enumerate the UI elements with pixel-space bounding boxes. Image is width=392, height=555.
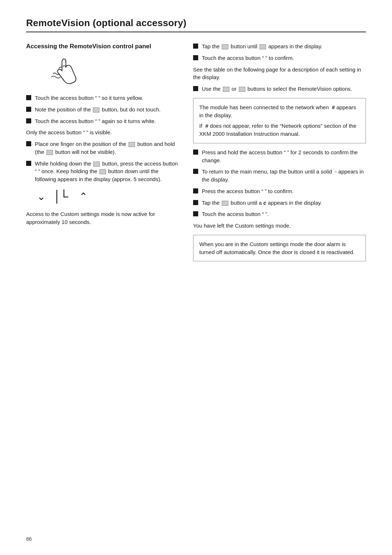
- left-column: Accessing the RemoteVision control panel…: [26, 42, 179, 229]
- list-item: Use the or buttons to select the RemoteV…: [193, 85, 366, 93]
- list-item: Touch the access button “ ” to confirm.: [193, 54, 366, 62]
- button-placeholder: [239, 87, 245, 92]
- bullet-text: Note the position of the button, but do …: [35, 106, 179, 114]
- bullet-text: Touch the access button “ ” to confirm.: [202, 54, 366, 62]
- list-item: Tap the button until a c appears in the …: [193, 199, 366, 207]
- page-title: RemoteVision (optional accessory): [26, 17, 366, 29]
- list-item: Press and hold the access button “ ” for…: [193, 148, 366, 164]
- left-bullet-list-2: Place one finger on the position of the …: [26, 140, 179, 183]
- title-divider: [26, 32, 366, 32]
- symbol-c: └: [56, 190, 68, 204]
- bullet-icon: [193, 211, 198, 216]
- note-text-1: The module has been connected to the net…: [199, 103, 360, 119]
- list-item: To return to the main menu, tap the butt…: [193, 168, 366, 184]
- bullet-icon: [193, 55, 198, 60]
- button-placeholder: [223, 87, 229, 92]
- bullet-text: Tap the button until appears in the disp…: [202, 42, 366, 50]
- button-placeholder: [222, 44, 228, 49]
- list-item: Touch the access button “ ” again so it …: [26, 117, 179, 125]
- bullet-text: Press the access button “ ” to confirm.: [202, 187, 366, 195]
- button-placeholder: [222, 201, 228, 206]
- note-box-1: The module has been connected to the net…: [193, 98, 366, 143]
- plain-text-r1: See the table on the following page for …: [193, 66, 366, 82]
- right-bullet-list-1: Tap the button until appears in the disp…: [193, 42, 366, 62]
- note-text-3: When you are in the Custom settings mode…: [199, 240, 360, 256]
- bullet-text: Press and hold the access button “ ” for…: [202, 148, 366, 164]
- list-item: Touch the access button “ ” so it turns …: [26, 94, 179, 102]
- page-number: 86: [26, 536, 32, 542]
- bullet-icon: [193, 188, 198, 193]
- bullet-text: Use the or buttons to select the RemoteV…: [202, 85, 366, 93]
- button-placeholder: [93, 162, 100, 167]
- two-column-layout: Accessing the RemoteVision control panel…: [26, 42, 366, 266]
- list-item: Tap the button until appears in the disp…: [193, 42, 366, 50]
- note-box-2: When you are in the Custom settings mode…: [193, 235, 366, 262]
- bullet-text: Touch the access button “ ” so it turns …: [35, 94, 179, 102]
- button-placeholder: [128, 142, 135, 147]
- section-heading: Accessing the RemoteVision control panel: [26, 42, 179, 50]
- bullet-text: Tap the button until a c appears in the …: [202, 199, 366, 207]
- left-bullet-list-1: Touch the access button “ ” so it turns …: [26, 94, 179, 125]
- plain-text-2: Access to the Custom settings mode is no…: [26, 210, 179, 226]
- bullet-text: Touch the access button “ ” again so it …: [35, 117, 179, 125]
- plain-text-1: Only the access button “ ” is visible.: [26, 128, 179, 136]
- bullet-icon: [193, 169, 198, 174]
- page: RemoteVision (optional accessory) Access…: [0, 0, 392, 555]
- bullet-icon: [193, 44, 198, 49]
- bullet-text: Touch the access button “ ”.: [202, 210, 366, 218]
- bullet-icon: [26, 95, 31, 100]
- list-item: Touch the access button “ ”.: [193, 210, 366, 218]
- bullet-icon: [26, 141, 31, 146]
- button-placeholder: [46, 150, 53, 155]
- bullet-icon: [26, 107, 31, 112]
- button-placeholder: [260, 44, 266, 49]
- symbol-caret: ⌃: [79, 191, 87, 203]
- right-bullet-list-3: Press and hold the access button “ ” for…: [193, 148, 366, 218]
- bullet-text: Place one finger on the position of the …: [35, 140, 179, 156]
- symbol-v: ⌄: [37, 191, 45, 203]
- bullet-icon: [26, 118, 31, 123]
- right-bullet-list-2: Use the or buttons to select the RemoteV…: [193, 85, 366, 93]
- button-placeholder: [93, 107, 99, 113]
- list-item: Press the access button “ ” to confirm.: [193, 187, 366, 195]
- hand-icon: [48, 58, 81, 87]
- bullet-icon: [193, 150, 198, 155]
- bullet-text: While holding down the button, press the…: [35, 160, 179, 183]
- bullet-icon: [193, 200, 198, 205]
- list-item: Note the position of the button, but do …: [26, 106, 179, 114]
- bullet-icon: [26, 161, 31, 166]
- note-text-2: If # does not appear, refer to the “Netw…: [199, 122, 360, 138]
- list-item: While holding down the button, press the…: [26, 160, 179, 183]
- display-symbols: ⌄ └ ⌃: [37, 190, 179, 204]
- italic-c-symbol: c: [264, 200, 266, 206]
- list-item: Place one finger on the position of the …: [26, 140, 179, 156]
- bullet-icon: [193, 86, 198, 91]
- bullet-text: To return to the main menu, tap the butt…: [202, 168, 366, 184]
- plain-text-r2: You have left the Custom settings mode.: [193, 222, 366, 230]
- right-column: Tap the button until appears in the disp…: [193, 42, 366, 266]
- button-placeholder: [99, 169, 106, 174]
